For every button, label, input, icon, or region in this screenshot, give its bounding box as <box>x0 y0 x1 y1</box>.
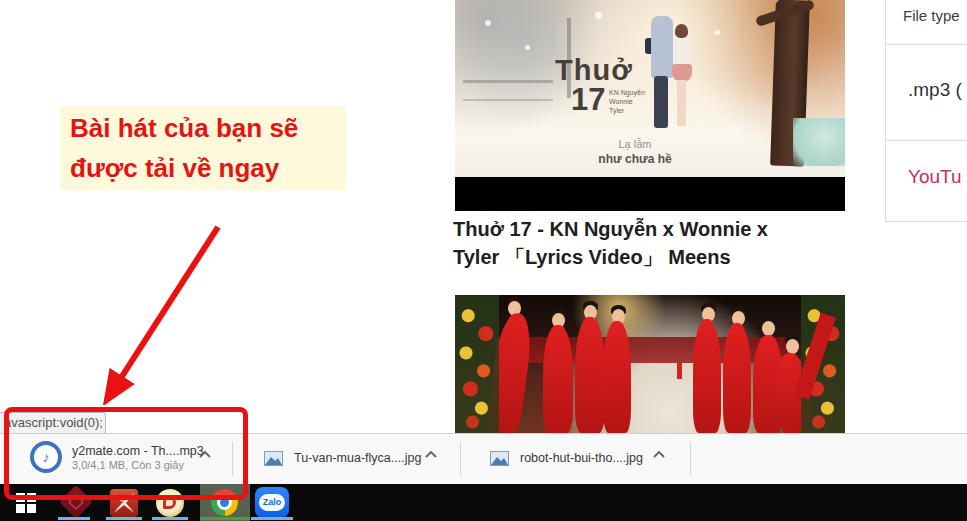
download-progress-icon: ♪ <box>30 441 62 473</box>
callout-line1: Bài hát của bạn sẽ <box>70 108 346 148</box>
active-app-indicator <box>200 517 250 520</box>
callout-line2: được tải về ngay <box>70 148 346 188</box>
open-app-indicator <box>106 517 142 520</box>
x-glyph <box>110 489 138 517</box>
art-number-text: 17 <box>571 82 605 118</box>
video-title: Thuở 17 - KN Nguyễn x Wonnie x Tyler 「Ly… <box>453 215 789 271</box>
download-file-name[interactable]: y2mate.com - Th....mp3 <box>72 444 204 458</box>
windows-start-icon[interactable] <box>16 493 36 513</box>
chevron-up-icon[interactable] <box>652 450 666 459</box>
browser-status-bubble: avascript:void(0); <box>0 412 106 433</box>
red-x-app-icon[interactable] <box>110 489 138 517</box>
table-border <box>885 221 967 222</box>
open-app-indicator <box>152 517 188 520</box>
album-art-image: Thuở 17 KN Nguyễn Wonnie Tyler Lạ lẫm nh… <box>455 0 845 177</box>
chevron-up-icon[interactable] <box>198 450 212 459</box>
shelf-separator <box>460 442 461 476</box>
letterbox-bar <box>455 177 845 211</box>
zalo-icon[interactable]: Zalo <box>255 487 289 518</box>
screen: Bài hát của bạn sẽ được tải về ngay Thuở… <box>0 0 967 521</box>
download-file-name[interactable]: robot-hut-bui-tho....jpg <box>520 451 643 465</box>
download-file-name[interactable]: Tu-van-mua-flyca....jpg <box>294 451 421 465</box>
chevron-up-icon[interactable] <box>424 450 438 459</box>
youtube-link[interactable]: YouTu <box>908 166 962 188</box>
chrome-icon[interactable] <box>211 489 238 516</box>
shelf-separator <box>232 442 233 476</box>
red-gem-app-icon[interactable] <box>59 485 93 519</box>
image-file-icon <box>490 451 509 466</box>
table-border <box>885 0 886 221</box>
windows-taskbar: Zalo <box>0 484 967 521</box>
art-lyric-line2: như chưa hề <box>565 152 705 166</box>
shelf-separator <box>690 442 691 476</box>
download-file-status: 3,0/4,1 MB, Còn 3 giây <box>72 459 184 471</box>
image-file-icon <box>264 451 283 466</box>
table-border <box>885 44 967 45</box>
zalo-label: Zalo <box>259 494 285 511</box>
gold-coin-app-icon[interactable] <box>156 489 184 517</box>
art-credits: KN Nguyễn Wonnie Tyler <box>609 88 645 115</box>
art-lyric-line1: Lạ lẫm <box>575 138 695 150</box>
filetype-column-header: File type <box>903 7 960 24</box>
filetype-mp3-cell: .mp3 ( <box>908 79 962 101</box>
download-shelf: ♪ y2mate.com - Th....mp3 3,0/4,1 MB, Còn… <box>0 433 967 484</box>
tutorial-callout: Bài hát của bạn sẽ được tải về ngay <box>60 106 346 190</box>
open-app-indicator <box>58 517 90 520</box>
open-app-indicator <box>251 517 293 520</box>
table-border <box>885 140 967 141</box>
red-arrow-annotation <box>85 205 245 405</box>
related-photo-image <box>455 295 845 433</box>
video-thumbnail: Thuở 17 KN Nguyễn Wonnie Tyler Lạ lẫm nh… <box>455 0 845 211</box>
